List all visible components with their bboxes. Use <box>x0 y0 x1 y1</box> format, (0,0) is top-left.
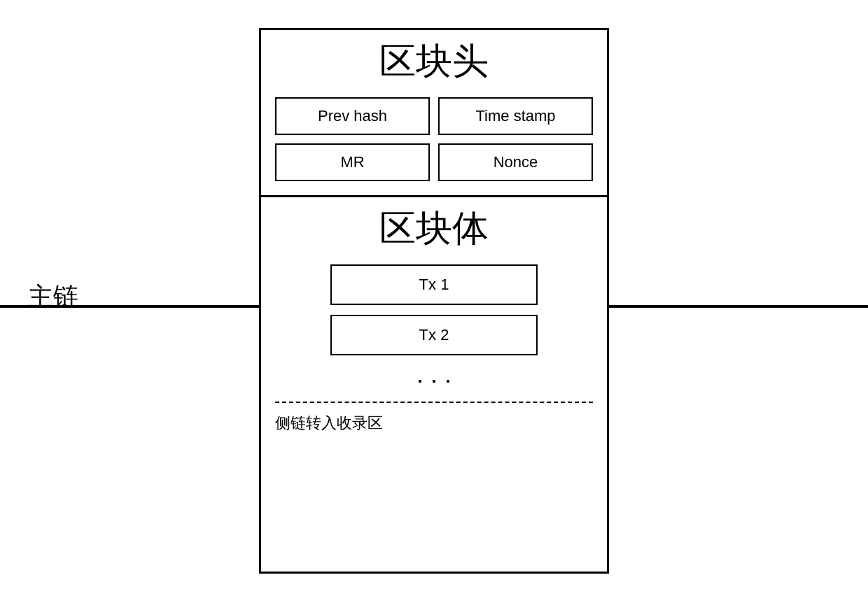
time-stamp-field: Time stamp <box>438 97 593 135</box>
sidechain-label: 侧链转入收录区 <box>275 413 593 434</box>
block-container: 区块头 Prev hash Time stamp MR Nonce 区块体 Tx… <box>259 28 609 574</box>
header-fields: Prev hash Time stamp MR Nonce <box>275 97 593 181</box>
block-body-title: 区块体 <box>275 204 593 253</box>
main-chain-label: 主链 <box>28 280 78 314</box>
nonce-field: Nonce <box>438 143 593 181</box>
dots-indicator: · · · <box>275 365 593 395</box>
mr-field: MR <box>275 143 430 181</box>
header-row-2: MR Nonce <box>275 143 593 181</box>
sidechain-area: 侧链转入收录区 <box>275 402 593 565</box>
header-row-1: Prev hash Time stamp <box>275 97 593 135</box>
block-header-title: 区块头 <box>275 37 593 86</box>
prev-hash-field: Prev hash <box>275 97 430 135</box>
tx1-box: Tx 1 <box>330 264 537 305</box>
tx2-box: Tx 2 <box>330 315 537 355</box>
block-header-section: 区块头 Prev hash Time stamp MR Nonce <box>261 30 607 197</box>
block-body-section: 区块体 Tx 1 Tx 2 · · · 侧链转入收录区 <box>261 197 607 572</box>
